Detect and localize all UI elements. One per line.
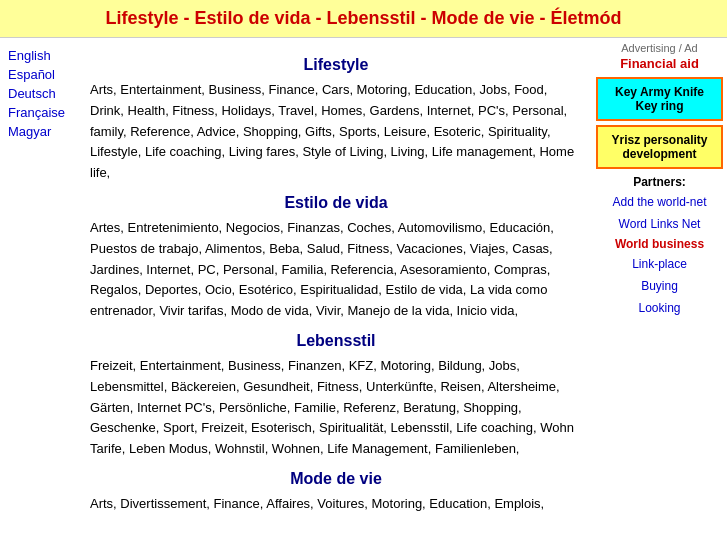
nav-francaise[interactable]: Française [8,105,72,120]
section-body-lifestyle: Arts, Entertainment, Business, Finance, … [90,80,582,184]
yrisz-box[interactable]: Yrisz personality development [596,125,723,169]
section-title-lifestyle: Lifestyle [90,56,582,74]
partner-add-world-net[interactable]: Add the world-net [596,193,723,211]
nav-espanol[interactable]: Español [8,67,72,82]
section-body-lebensstil: Freizeit, Entertainment, Business, Finan… [90,356,582,460]
header: Lifestyle - Estilo de vida - Lebensstil … [0,0,727,38]
layout: English Español Deutsch Française Magyar… [0,38,727,531]
section-body-mode: Arts, Divertissement, Finance, Affaires,… [90,494,582,515]
ad-label: Advertising / Ad [596,42,723,54]
right-sidebar: Advertising / Ad Financial aid Key Army … [592,38,727,531]
nav-magyar[interactable]: Magyar [8,124,72,139]
army-knife-line1: Key Army Knife [615,85,704,99]
page-title: Lifestyle - Estilo de vida - Lebensstil … [4,8,723,29]
section-title-estilo: Estilo de vida [90,194,582,212]
partners-label: Partners: [596,175,723,189]
partner-word-links-net[interactable]: Word Links Net [596,215,723,233]
nav-deutsch[interactable]: Deutsch [8,86,72,101]
partner-world-business[interactable]: World business [596,237,723,251]
army-knife-line2: Key ring [635,99,683,113]
partner-buying[interactable]: Buying [596,277,723,295]
section-title-mode: Mode de vie [90,470,582,488]
partner-link-place[interactable]: Link-place [596,255,723,273]
yrisz-label: Yrisz personality development [611,133,707,161]
main-content: Lifestyle Arts, Entertainment, Business,… [80,38,592,531]
partner-looking[interactable]: Looking [596,299,723,317]
army-knife-box[interactable]: Key Army Knife Key ring [596,77,723,121]
left-nav: English Español Deutsch Française Magyar [0,38,80,531]
section-body-estilo: Artes, Entretenimiento, Negocios, Finanz… [90,218,582,322]
section-title-lebensstil: Lebensstil [90,332,582,350]
financial-aid-link[interactable]: Financial aid [596,56,723,71]
nav-english[interactable]: English [8,48,72,63]
